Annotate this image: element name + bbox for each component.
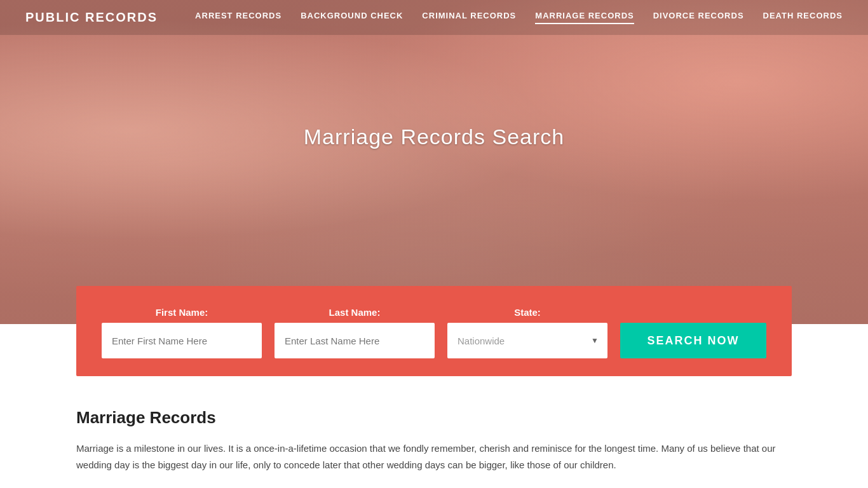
state-label: State: <box>447 307 607 318</box>
main-nav: ARREST RECORDSBACKGROUND CHECKCRIMINAL R… <box>195 11 843 24</box>
state-select-wrapper: NationwideAlabamaAlaskaArizonaArkansasCa… <box>447 323 607 358</box>
site-logo[interactable]: PUBLIC RECORDS <box>25 10 158 25</box>
first-name-field: First Name: <box>102 307 262 358</box>
last-name-input[interactable] <box>275 323 435 358</box>
nav-link-divorce-records[interactable]: DIVORCE RECORDS <box>653 11 744 24</box>
hero-title: Marriage Records Search <box>304 125 564 149</box>
state-field: State: NationwideAlabamaAlaskaArizonaArk… <box>447 307 607 358</box>
state-select[interactable]: NationwideAlabamaAlaskaArizonaArkansasCa… <box>447 323 607 358</box>
hero-section: Marriage Records Search <box>0 0 868 324</box>
content-paragraph-1: Marriage is a milestone in our lives. It… <box>76 440 792 473</box>
nav-link-death-records[interactable]: DEATH RECORDS <box>763 11 843 24</box>
search-form: First Name: Last Name: State: Nationwide… <box>76 286 792 376</box>
site-header: PUBLIC RECORDS ARREST RECORDSBACKGROUND … <box>0 0 868 35</box>
nav-link-background-check[interactable]: BACKGROUND CHECK <box>301 11 403 24</box>
last-name-label: Last Name: <box>275 307 435 318</box>
last-name-field: Last Name: <box>275 307 435 358</box>
hero-background <box>0 0 868 324</box>
nav-link-marriage-records[interactable]: MARRIAGE RECORDS <box>535 11 634 24</box>
first-name-input[interactable] <box>102 323 262 358</box>
content-heading: Marriage Records <box>76 408 792 428</box>
nav-link-arrest-records[interactable]: ARREST RECORDS <box>195 11 281 24</box>
nav-link-criminal-records[interactable]: CRIMINAL RECORDS <box>422 11 516 24</box>
first-name-label: First Name: <box>102 307 262 318</box>
main-content: Marriage Records Marriage is a milestone… <box>0 376 868 488</box>
search-now-button[interactable]: SEARCH NOW <box>620 323 766 358</box>
